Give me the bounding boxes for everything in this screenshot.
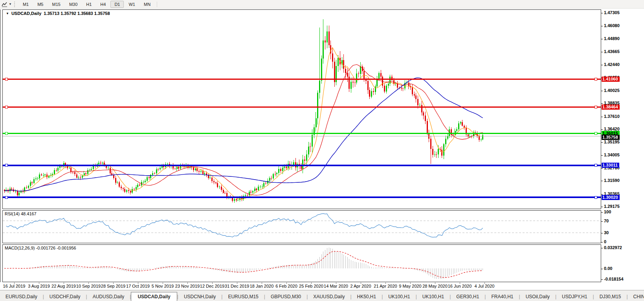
rsi-axis-label: 0 [601, 239, 606, 244]
hline-1.41060[interactable] [3, 79, 601, 80]
time-label: 4 Jul 2020 [475, 284, 495, 288]
chart-title: ▼ USDCAD,Daily 1.35713 1.35792 1.35683 1… [6, 11, 110, 16]
price-tick: 1.46080 [601, 23, 620, 28]
tab-uk100-h1[interactable]: UK100,H1 [417, 292, 450, 301]
price-chart-panel: ▼ USDCAD,Daily 1.35713 1.35792 1.35683 1… [2, 9, 601, 209]
price-tick: 1.47305 [601, 10, 620, 15]
toolbar-grip[interactable] [14, 2, 16, 7]
time-label: 31 Dec 2019 [225, 284, 249, 288]
macd-values: -0.001726 -0.001956 [36, 246, 76, 250]
symbol-timeframe-label: USDCAD,Daily [11, 11, 41, 16]
macd-label: MACD(12,26,9) -0.001726 -0.001956 [5, 246, 76, 250]
ohlc-values: 1.35713 1.35792 1.35683 1.35758 [44, 11, 110, 16]
hline-price-label: 1.38464 [602, 105, 620, 110]
hline-handle[interactable] [5, 196, 7, 198]
price-tick: 1.43665 [601, 49, 620, 54]
tab-ger30-h1[interactable]: GER30,H1 [451, 292, 484, 301]
time-label: 17 Oct 2019 [126, 284, 150, 288]
tab-usoil-daily[interactable]: USOil,Daily [520, 292, 555, 301]
timeframe-button-m1[interactable]: M1 [19, 1, 33, 8]
tab-usdcnh-daily[interactable]: USDCNH,Daily [178, 292, 221, 301]
tab-usdcad-daily[interactable]: USDCAD,Daily [131, 292, 177, 301]
time-label: 6 Feb 2020 [275, 284, 297, 288]
rsi-axis-label: 100 [601, 209, 611, 214]
price-tick: 1.29175 [601, 204, 620, 209]
hline-1.33011[interactable] [3, 165, 601, 166]
tab-usdchf-daily[interactable]: USDCHF,Daily [44, 292, 86, 301]
macd-axis-label: 0.00 [601, 266, 612, 271]
hline-handle[interactable] [5, 164, 7, 167]
price-tick: 1.40025 [601, 88, 620, 93]
price-chart-canvas[interactable] [3, 10, 601, 209]
price-tick: 1.31590 [601, 178, 620, 183]
tab-fra40-h1[interactable]: FRA40,H1 [486, 292, 519, 301]
time-label: 5 Nov 2019 [152, 284, 174, 288]
tab-xauusd-daily[interactable]: XAUUSD,Daily [308, 292, 350, 301]
tab-dj30-m15[interactable]: DJ30,M15 [594, 292, 627, 301]
hline-price-label: 1.30020 [602, 195, 620, 200]
timeframe-button-h1[interactable]: H1 [82, 1, 95, 8]
time-axis[interactable]: 16 Jul 20193 Aug 201922 Aug 201910 Sep 2… [2, 283, 601, 290]
dropdown-caret-icon[interactable]: ▼ [9, 2, 12, 6]
rsi-label: RSI(14) 48.4167 [5, 211, 37, 216]
tab-china300-h4[interactable]: CHINA300,H4 [628, 292, 644, 301]
macd-canvas[interactable] [3, 245, 601, 282]
rsi-value: 48.4167 [21, 211, 37, 216]
tab-uk100-h1[interactable]: UK100,H1 [383, 292, 415, 301]
tab-eurusd-daily[interactable]: EURUSD,Daily [0, 292, 43, 301]
toolbar-separator [157, 2, 157, 7]
chart-tab-bar: EURUSD,Daily|USDCHF,Daily|AUDUSD,Daily|U… [0, 290, 644, 301]
timeframe-button-w1[interactable]: W1 [125, 1, 139, 8]
rsi-canvas[interactable] [3, 211, 601, 243]
hline-1.30020[interactable] [3, 196, 601, 198]
timeframe-toolbar: ▼ M1M5M15M30H1H4D1W1MN [0, 0, 644, 9]
time-label: 2 Apr 2020 [350, 284, 371, 288]
price-tick: 1.37610 [601, 114, 620, 119]
hline-handle[interactable] [594, 132, 597, 134]
hline-price-label: 1.41060 [602, 77, 620, 82]
current-price-label: 1.35758 [602, 135, 620, 140]
time-label: 21 Apr 2020 [374, 284, 397, 288]
timeframe-button-m5[interactable]: M5 [33, 1, 47, 8]
time-label: 23 Nov 2019 [175, 284, 200, 288]
hline-handle[interactable] [594, 196, 597, 198]
time-label: 18 Jan 2020 [250, 284, 274, 288]
timeframe-button-mn[interactable]: MN [140, 1, 154, 8]
rsi-axis-label: 70 [601, 218, 609, 223]
window-left-edge [0, 9, 1, 282]
timeframe-button-d1[interactable]: D1 [110, 1, 124, 8]
timeframe-button-m15[interactable]: M15 [48, 1, 64, 8]
price-tick: 1.44890 [601, 36, 620, 41]
macd-axis-label: -0.018154 [601, 277, 624, 281]
hline-handle[interactable] [5, 78, 7, 81]
time-label: 9 May 2020 [399, 284, 421, 288]
time-label: 10 Sep 2019 [76, 284, 101, 288]
hline-price-label: 1.33011 [602, 163, 619, 168]
hline-handle[interactable] [5, 132, 7, 134]
hline-1.38464[interactable] [3, 106, 601, 108]
price-axis[interactable]: 1.473051.460801.448901.436651.424401.412… [601, 9, 644, 282]
hline-1.36015[interactable] [3, 133, 601, 134]
time-label: 25 Feb 2020 [299, 284, 323, 288]
time-label: 28 May 2020 [422, 284, 448, 288]
hline-handle[interactable] [594, 78, 597, 81]
tab-audusd-daily[interactable]: AUDUSD,Daily [87, 292, 130, 301]
tab-usdjpy-h1[interactable]: USDJPY,H1 [556, 292, 593, 301]
time-label: 28 Sep 2019 [101, 284, 125, 288]
tab-hk50-h1[interactable]: HK50,H1 [352, 292, 382, 301]
chart-tools-icon[interactable] [1, 1, 9, 7]
hline-handle[interactable] [5, 106, 7, 108]
timeframe-button-m30[interactable]: M30 [65, 1, 81, 8]
time-label: 12 Dec 2019 [200, 284, 224, 288]
tab-eurusd-m15[interactable]: EURUSD,M15 [222, 292, 264, 301]
price-tick: 1.42440 [601, 62, 620, 67]
time-label: 3 Aug 2019 [28, 284, 50, 288]
hline-handle[interactable] [594, 164, 597, 167]
price-tick: 1.35195 [601, 139, 620, 144]
time-label: 16 Jun 2020 [448, 284, 472, 288]
tab-gbpusd-m30[interactable]: GBPUSD,M30 [265, 292, 306, 301]
hline-handle[interactable] [594, 106, 597, 108]
timeframe-button-h4[interactable]: H4 [96, 1, 110, 8]
rsi-panel: RSI(14) 48.4167 [2, 210, 601, 243]
chart-dropdown-icon[interactable]: ▼ [6, 12, 9, 15]
